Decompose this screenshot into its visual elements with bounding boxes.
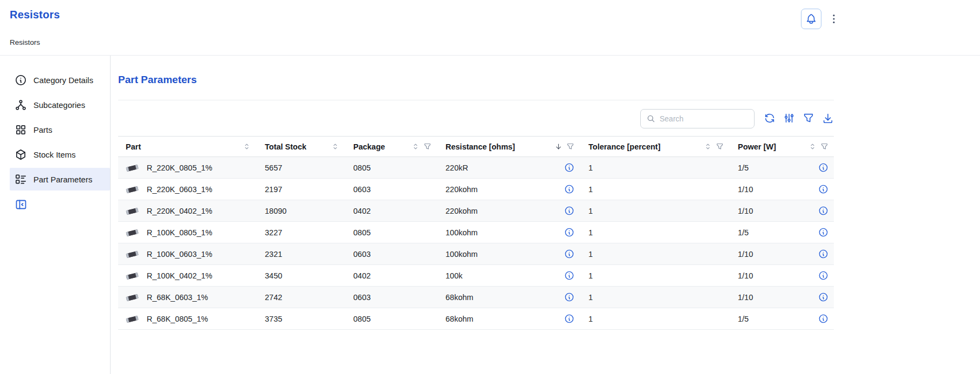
part-thumbnail bbox=[124, 205, 140, 217]
search-box bbox=[640, 109, 755, 128]
sort-icon[interactable] bbox=[331, 142, 339, 151]
power-value: 1/10 bbox=[738, 271, 753, 280]
sort-icon[interactable] bbox=[412, 142, 420, 151]
refresh-button[interactable] bbox=[764, 112, 776, 126]
total-stock-cell: 2742 bbox=[256, 287, 345, 308]
total-stock-cell: 18090 bbox=[256, 200, 345, 222]
sidebar-item-label: Part Parameters bbox=[33, 175, 92, 184]
column-label: Resistance [ohms] bbox=[446, 142, 515, 151]
power-value: 1/5 bbox=[738, 315, 749, 323]
column-header-package[interactable]: Package bbox=[345, 137, 437, 157]
toolbar-actions bbox=[764, 112, 834, 126]
table-row[interactable]: R_220K_0805_1%56570805220kR11/5 bbox=[118, 157, 834, 179]
column-header-resistance-ohms[interactable]: Resistance [ohms] bbox=[437, 137, 580, 157]
column-header-total-stock[interactable]: Total Stock bbox=[256, 137, 345, 157]
column-filter-icon[interactable] bbox=[566, 142, 574, 151]
part-thumbnail bbox=[124, 162, 140, 174]
table-header-row: PartTotal StockPackageResistance [ohms]T… bbox=[118, 137, 834, 157]
info-icon[interactable] bbox=[564, 314, 574, 324]
table-row[interactable]: R_68K_0603_1%2742060368kohm11/10 bbox=[118, 287, 834, 308]
resistance-cell: 100kohm bbox=[437, 243, 580, 265]
info-icon[interactable] bbox=[564, 292, 574, 302]
info-icon[interactable] bbox=[818, 292, 828, 302]
part-thumbnail bbox=[124, 248, 140, 260]
total-stock-cell: 3227 bbox=[256, 222, 345, 243]
column-filter-icon[interactable] bbox=[820, 142, 828, 151]
sidebar-item-label: Category Details bbox=[33, 76, 93, 85]
adjustments-icon bbox=[783, 112, 795, 124]
resistance-value: 68kohm bbox=[446, 293, 474, 302]
column-header-tolerance-percent[interactable]: Tolerance [percent] bbox=[580, 137, 729, 157]
total-stock-cell: 3735 bbox=[256, 308, 345, 330]
resistance-cell: 100k bbox=[437, 265, 580, 287]
search-icon bbox=[646, 114, 656, 124]
total-stock-cell: 3450 bbox=[256, 265, 345, 287]
header-actions bbox=[801, 9, 840, 29]
collapse-sidebar-button[interactable] bbox=[15, 198, 28, 211]
info-icon[interactable] bbox=[818, 314, 828, 324]
package-cell: 0402 bbox=[345, 200, 437, 222]
column-label: Package bbox=[353, 142, 385, 151]
column-label: Tolerance [percent] bbox=[588, 142, 661, 151]
resistance-cell: 68kohm bbox=[437, 287, 580, 308]
sidebar-item-part-parameters[interactable]: Part Parameters bbox=[10, 168, 110, 191]
table-row[interactable]: R_220K_0603_1%21970603220kohm11/10 bbox=[118, 179, 834, 200]
parts-grid-icon bbox=[15, 124, 27, 136]
column-header-part[interactable]: Part bbox=[118, 137, 256, 157]
column-settings-button[interactable] bbox=[783, 112, 795, 126]
sidebar-item-stock-items[interactable]: Stock Items bbox=[10, 143, 110, 166]
sort-desc-icon[interactable] bbox=[554, 142, 563, 151]
column-header-power-w[interactable]: Power [W] bbox=[729, 137, 834, 157]
info-icon[interactable] bbox=[818, 227, 828, 237]
tolerance-cell: 1 bbox=[580, 179, 729, 200]
info-icon[interactable] bbox=[818, 162, 828, 173]
download-button[interactable] bbox=[822, 112, 834, 126]
filter-button[interactable] bbox=[803, 112, 814, 126]
info-icon[interactable] bbox=[564, 249, 574, 259]
sort-icon[interactable] bbox=[243, 142, 251, 151]
part-thumbnail bbox=[124, 270, 140, 282]
column-filter-icon[interactable] bbox=[716, 142, 724, 151]
power-cell: 1/5 bbox=[729, 222, 834, 243]
power-value: 1/10 bbox=[738, 293, 753, 302]
sort-icon[interactable] bbox=[704, 142, 712, 151]
table-row[interactable]: R_68K_0805_1%3735080568kohm11/5 bbox=[118, 308, 834, 330]
tolerance-cell: 1 bbox=[580, 157, 729, 179]
overflow-menu-button[interactable] bbox=[828, 13, 840, 25]
search-input[interactable] bbox=[660, 114, 749, 123]
resistance-value: 68kohm bbox=[446, 315, 474, 323]
table-row[interactable]: R_100K_0402_1%34500402100k11/10 bbox=[118, 265, 834, 287]
part-thumbnail bbox=[124, 183, 140, 195]
info-icon[interactable] bbox=[564, 206, 574, 216]
table-row[interactable]: R_220K_0402_1%180900402220kohm11/10 bbox=[118, 200, 834, 222]
sidebar-item-label: Subcategories bbox=[33, 100, 85, 110]
table-row[interactable]: R_100K_0603_1%23210603100kohm11/10 bbox=[118, 243, 834, 265]
part-name: R_100K_0603_1% bbox=[147, 250, 213, 259]
info-icon[interactable] bbox=[564, 184, 574, 194]
notifications-button[interactable] bbox=[801, 9, 821, 29]
package-cell: 0805 bbox=[345, 308, 437, 330]
info-icon[interactable] bbox=[564, 227, 574, 237]
sidebar-item-subcategories[interactable]: Subcategories bbox=[10, 93, 110, 116]
info-icon[interactable] bbox=[564, 270, 574, 281]
table-row[interactable]: R_100K_0805_1%32270805100kohm11/5 bbox=[118, 222, 834, 243]
sidebar: Category DetailsSubcategoriesPartsStock … bbox=[0, 56, 111, 374]
info-icon[interactable] bbox=[818, 184, 828, 194]
column-filter-icon[interactable] bbox=[423, 142, 431, 151]
info-icon[interactable] bbox=[818, 270, 828, 281]
part-thumbnail bbox=[124, 313, 140, 325]
sort-icon[interactable] bbox=[808, 142, 817, 151]
package-cell: 0603 bbox=[345, 287, 437, 308]
tolerance-cell: 1 bbox=[580, 222, 729, 243]
sidebar-item-category-details[interactable]: Category Details bbox=[10, 69, 110, 91]
column-label: Power [W] bbox=[738, 142, 776, 151]
info-icon[interactable] bbox=[818, 249, 828, 259]
info-icon[interactable] bbox=[818, 206, 828, 216]
resistance-cell: 68kohm bbox=[437, 308, 580, 330]
breadcrumb[interactable]: Resistors bbox=[10, 38, 40, 55]
part-name: R_68K_0805_1% bbox=[147, 315, 208, 323]
info-icon[interactable] bbox=[564, 162, 574, 173]
package-cell: 0805 bbox=[345, 222, 437, 243]
sidebar-item-parts[interactable]: Parts bbox=[10, 118, 110, 141]
body: Category DetailsSubcategoriesPartsStock … bbox=[0, 56, 980, 374]
